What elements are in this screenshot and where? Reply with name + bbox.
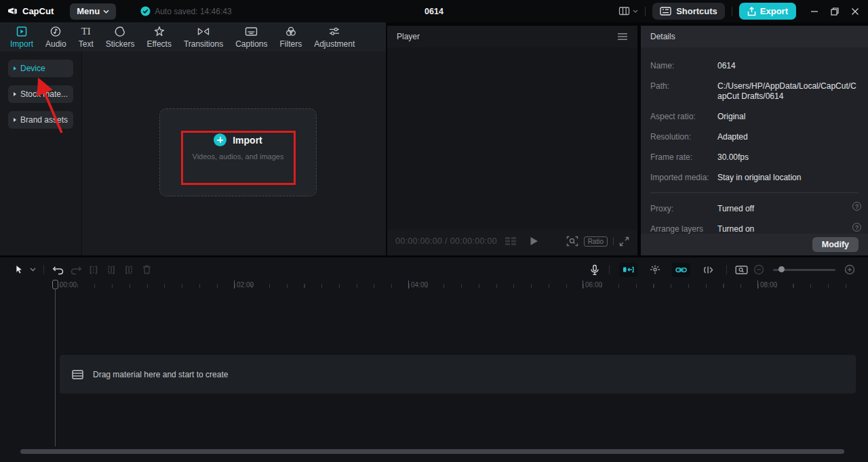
cursor-tool-chevron[interactable] xyxy=(27,262,38,277)
arrange-layers-help-icon[interactable]: ? xyxy=(852,223,861,232)
focus-zoom-icon[interactable] xyxy=(566,236,578,247)
detail-value: Adapted xyxy=(717,132,859,142)
shortcuts-button[interactable]: Shortcuts xyxy=(652,3,725,20)
layout-switcher-button[interactable] xyxy=(618,6,638,16)
import-tab-icon xyxy=(16,26,28,37)
undo-button[interactable] xyxy=(50,262,67,277)
timeline-ruler[interactable]: 00:00 02:00 04:00 06:00 08:00 xyxy=(0,279,868,294)
app-name: CapCut xyxy=(22,6,54,16)
proxy-help-icon[interactable]: ? xyxy=(852,202,861,211)
ruler-label-1: 02:00 xyxy=(237,281,254,289)
delete-right-tool[interactable] xyxy=(120,262,138,277)
close-button[interactable] xyxy=(848,4,863,19)
timeline-zoom-slider[interactable] xyxy=(773,269,835,271)
triangle-right-icon xyxy=(14,92,16,96)
menu-button[interactable]: Menu xyxy=(70,3,116,20)
tab-effects[interactable]: Effects xyxy=(140,22,177,51)
tab-import[interactable]: Import xyxy=(4,22,39,51)
shortcuts-label: Shortcuts xyxy=(676,6,717,16)
controls-divider xyxy=(613,237,614,245)
document-title: 0614 xyxy=(425,7,443,16)
film-icon xyxy=(72,370,83,379)
record-voiceover-button[interactable] xyxy=(586,262,604,277)
redo-button[interactable] xyxy=(67,262,85,277)
stickers-tab-icon xyxy=(114,26,126,37)
tab-filters[interactable]: Filters xyxy=(274,22,309,51)
sidebar-item-stock-material[interactable]: Stock mate... xyxy=(8,85,73,103)
detail-label: Path: xyxy=(650,81,717,102)
detail-row-resolution: Resolution: Adapted xyxy=(650,132,859,142)
preview-quality-button[interactable] xyxy=(732,262,750,277)
transitions-tab-icon xyxy=(197,26,210,37)
detail-value: Turned off xyxy=(717,204,859,214)
media-body: Device Stock mate... Brand assets Im xyxy=(0,51,386,255)
ratio-button[interactable]: Ratio xyxy=(584,236,608,247)
frame-view-icon[interactable] xyxy=(504,236,517,246)
detail-row-path: Path: C:/Users/HP/AppData/Local/CapCut/C… xyxy=(650,81,859,102)
keyboard-icon xyxy=(660,7,671,16)
ruler-tick xyxy=(408,280,409,289)
detail-label: Name: xyxy=(650,61,717,71)
tab-label: Audio xyxy=(45,39,66,49)
toolbar-divider xyxy=(43,265,44,274)
detail-row-name: Name: 0614 xyxy=(650,61,859,71)
filters-tab-icon xyxy=(285,26,297,37)
details-divider xyxy=(650,192,859,193)
tab-captions[interactable]: Captions xyxy=(229,22,273,51)
zoom-slider-handle[interactable] xyxy=(778,266,785,272)
tab-label: Import xyxy=(10,39,33,49)
ruler-label-3: 06:00 xyxy=(585,281,602,289)
tab-label: Transitions xyxy=(184,39,223,49)
detail-value: C:/Users/HP/AppData/Local/CapCut/CapCut … xyxy=(717,81,859,102)
zoom-out-button[interactable] xyxy=(750,262,768,277)
details-title: Details xyxy=(650,32,675,41)
tab-stickers[interactable]: Stickers xyxy=(100,22,141,51)
ruler-label-0: 00:00 xyxy=(60,281,77,289)
detail-row-imported-media: Imported media: Stay in original locatio… xyxy=(650,173,859,183)
ruler-tick xyxy=(757,280,758,289)
tab-transitions[interactable]: Transitions xyxy=(178,22,229,51)
detail-row-arrange-layers: Arrange layers Turned on xyxy=(650,224,859,234)
import-dropzone[interactable]: Import Videos, audios, and images xyxy=(159,108,317,196)
ruler-minor-ticks xyxy=(60,284,860,288)
ripple-edit-toggle[interactable] xyxy=(619,263,637,277)
playhead-handle[interactable] xyxy=(52,280,58,289)
link-clips-toggle[interactable] xyxy=(672,263,690,277)
menu-label: Menu xyxy=(77,6,100,16)
tab-text[interactable]: TI Text xyxy=(73,22,100,51)
select-cursor-tool[interactable] xyxy=(9,262,27,277)
player-menu-icon[interactable] xyxy=(617,33,628,41)
delete-left-tool[interactable] xyxy=(102,262,120,277)
captions-tab-icon xyxy=(245,26,258,37)
delete-button[interactable] xyxy=(138,262,155,277)
timecode: 00:00:00:00 / 00:00:00:00 xyxy=(395,236,497,246)
tab-label: Stickers xyxy=(106,39,135,49)
tab-audio[interactable]: Audio xyxy=(39,22,73,51)
timeline-toolbar xyxy=(0,259,868,280)
split-tool[interactable] xyxy=(85,262,102,277)
minimize-button[interactable] xyxy=(807,4,822,19)
timeline-horizontal-scrollbar[interactable] xyxy=(20,449,844,454)
detail-label: Proxy: xyxy=(650,204,717,214)
export-button[interactable]: Export xyxy=(739,3,796,20)
sidebar-item-brand-assets[interactable]: Brand assets xyxy=(8,111,73,129)
triangle-right-icon xyxy=(14,118,16,122)
play-button[interactable] xyxy=(530,236,538,246)
restore-button[interactable] xyxy=(827,4,842,19)
modify-button[interactable]: Modify xyxy=(812,237,859,252)
fullscreen-icon[interactable] xyxy=(619,236,629,247)
tab-adjustment[interactable]: Adjustment xyxy=(308,22,361,51)
sidebar-item-device[interactable]: Device xyxy=(8,60,73,77)
detail-value: 30.00fps xyxy=(717,152,859,163)
player-title: Player xyxy=(397,32,420,41)
detail-value: 0614 xyxy=(717,61,859,71)
capcut-logo-icon xyxy=(7,6,18,17)
empty-track-dropzone[interactable]: Drag material here and start to create xyxy=(60,355,856,394)
auto-snap-toggle[interactable] xyxy=(646,263,664,277)
ruler-tick xyxy=(583,280,583,289)
preview-axis-toggle[interactable] xyxy=(698,263,717,277)
zoom-in-button[interactable] xyxy=(841,262,859,277)
detail-label: Arrange layers xyxy=(650,224,717,234)
import-button-label: Import xyxy=(233,135,262,146)
player-controls: 00:00:00:00 / 00:00:00:00 Ratio xyxy=(387,232,637,250)
